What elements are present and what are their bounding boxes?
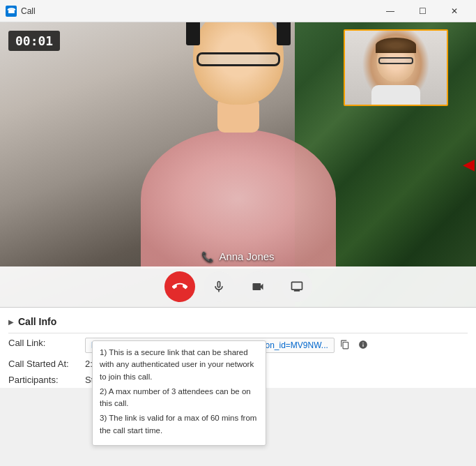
expand-triangle-icon: ▶ [8, 318, 14, 326]
call-info-header[interactable]: ▶ Call Info [8, 313, 468, 331]
info-panel: ▶ Call Info Call Link: https://sukhoi.ma… [0, 307, 476, 388]
separator [8, 333, 468, 333]
window-title: Call [21, 6, 374, 16]
call-link-key: Call Link: [8, 338, 85, 348]
video-area: 00:01 ◀ 📞 Anna Jones [0, 22, 476, 307]
window-controls: — ☐ ✕ [374, 0, 470, 22]
info-link-button[interactable] [355, 338, 371, 353]
tooltip-line-2: 2) A max number of 3 attendees can be on… [100, 386, 259, 410]
tooltip-line-3: 3) The link is valid for a max of 60 min… [100, 412, 259, 437]
mute-button[interactable] [204, 271, 234, 302]
maximize-button[interactable]: ☐ [406, 0, 438, 22]
tooltip-line-1: 1) This is a secure link that can be sha… [100, 347, 259, 383]
call-started-key: Call Started At: [8, 359, 85, 369]
screen-share-button[interactable] [282, 271, 312, 302]
call-timer: 00:01 [8, 31, 60, 51]
sidebar-arrow-indicator[interactable]: ◀ [463, 156, 475, 174]
info-rows-container: Call Link: https://sukhoi.mangopulse.com… [8, 335, 468, 388]
hangup-button[interactable] [164, 271, 195, 302]
call-controls-bar [0, 266, 476, 307]
main-video-person [113, 24, 364, 269]
camera-button[interactable] [243, 271, 273, 302]
pip-person [345, 31, 447, 105]
caller-name-bar: 📞 Anna Jones [0, 248, 476, 265]
call-info-label: Call Info [18, 316, 56, 327]
close-button[interactable]: ✕ [438, 0, 470, 22]
copy-link-button[interactable] [337, 338, 353, 353]
minimize-button[interactable]: — [374, 0, 406, 22]
title-bar: ☎ Call — ☐ ✕ [0, 0, 476, 22]
app-icon: ☎ [6, 6, 17, 17]
participants-key: Participants: [8, 375, 85, 385]
phone-active-icon: 📞 [201, 251, 213, 262]
pip-video [344, 29, 448, 106]
call-link-row: Call Link: https://sukhoi.mangopulse.com… [8, 335, 468, 356]
link-info-tooltip: 1) This is a secure link that can be sha… [92, 340, 266, 446]
caller-name: Anna Jones [219, 250, 274, 262]
